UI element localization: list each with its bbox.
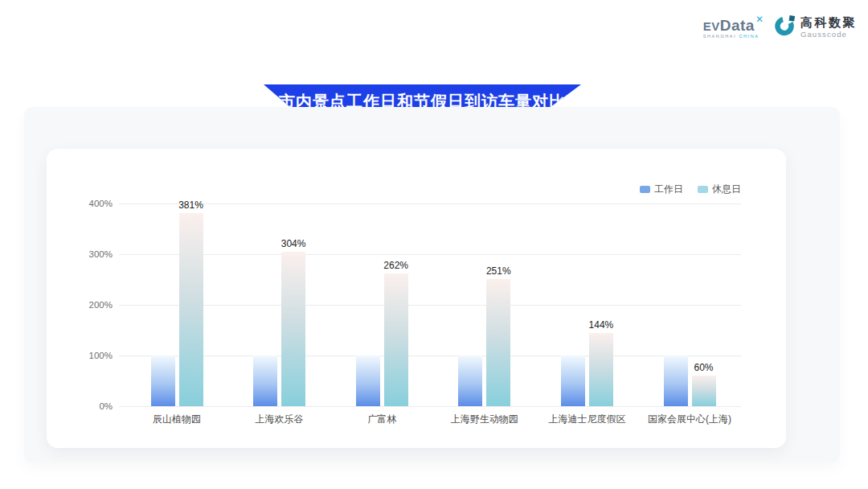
bar-workday: [356, 355, 380, 406]
evdata-ev-text: EV: [703, 18, 720, 32]
bar-workday: [151, 355, 175, 406]
bar-restday: [281, 252, 305, 406]
x-axis-category-label: 广富林: [326, 413, 438, 425]
bar-chart: 0%100%200%300%400%381%辰山植物园304%上海欢乐谷262%…: [47, 149, 786, 448]
gausscode-en-text: Gausscode: [800, 31, 857, 39]
evdata-data-text: Data: [720, 18, 755, 33]
gausscode-cn-text: 高科数聚: [800, 16, 857, 28]
bar-workday: [458, 355, 482, 406]
evdata-x-icon: ✕: [755, 14, 764, 24]
header-logos: EVData✕ SHANGHAI CHINA 高科数聚 Gausscode: [703, 14, 857, 39]
x-axis-category-label: 上海野生动物园: [428, 413, 541, 425]
legend-item-restday[interactable]: 休息日: [698, 184, 741, 194]
gausscode-g-icon: [774, 14, 796, 39]
legend-label: 休息日: [712, 184, 741, 194]
evdata-logo: EVData✕ SHANGHAI CHINA: [703, 14, 764, 39]
gridline: [119, 305, 741, 306]
x-axis-category-label: 上海迪士尼度假区: [530, 413, 643, 425]
bar-value-label: 144%: [573, 319, 629, 331]
legend-swatch: [698, 186, 708, 193]
x-axis-category-label: 上海欢乐谷: [223, 413, 336, 425]
gridline: [119, 254, 741, 255]
bar-restday: [589, 333, 613, 406]
y-axis-tick-label: 0%: [59, 401, 113, 412]
legend-swatch: [640, 186, 650, 193]
y-axis-tick-label: 100%: [59, 350, 113, 361]
x-axis-category-label: 辰山植物园: [121, 413, 233, 425]
bar-restday: [384, 273, 408, 406]
bar-value-label: 304%: [265, 238, 321, 249]
chart-panel: 0%100%200%300%400%381%辰山植物园304%上海欢乐谷262%…: [24, 107, 840, 462]
bar-value-label: 251%: [470, 265, 526, 277]
bar-restday: [692, 376, 716, 406]
gridline: [119, 406, 741, 407]
legend-label: 工作日: [654, 184, 683, 194]
bar-restday: [486, 279, 510, 406]
bar-workday: [561, 355, 585, 406]
y-axis-tick-label: 400%: [59, 198, 113, 209]
evdata-tagline-shanghai: SHANGHAI: [703, 34, 737, 39]
y-axis-tick-label: 200%: [59, 299, 113, 310]
legend-item-workday[interactable]: 工作日: [640, 184, 683, 194]
gausscode-texts: 高科数聚 Gausscode: [800, 16, 857, 39]
legend: 工作日休息日: [640, 184, 741, 194]
bar-workday: [253, 355, 277, 406]
bar-value-label: 381%: [163, 199, 219, 211]
chart-card: 0%100%200%300%400%381%辰山植物园304%上海欢乐谷262%…: [47, 149, 786, 448]
bar-value-label: 262%: [368, 260, 424, 271]
y-axis-tick-label: 300%: [59, 249, 113, 260]
bar-value-label: 60%: [676, 362, 732, 373]
evdata-tagline: SHANGHAI CHINA: [703, 35, 760, 39]
evdata-wordmark: EVData✕: [703, 18, 764, 33]
bar-restday: [179, 213, 203, 406]
gridline: [119, 355, 741, 356]
x-axis-category-label: 国家会展中心(上海): [633, 413, 746, 425]
gausscode-logo: 高科数聚 Gausscode: [774, 14, 857, 39]
evdata-tagline-china: CHINA: [739, 34, 759, 39]
